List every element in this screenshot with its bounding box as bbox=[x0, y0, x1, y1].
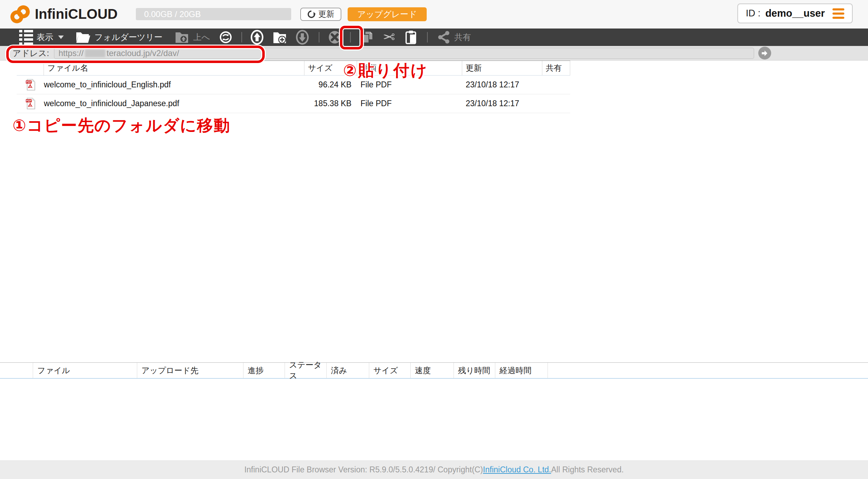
transfer-column-size: サイズ bbox=[369, 363, 411, 378]
copy-button[interactable] bbox=[361, 30, 374, 44]
address-input[interactable]: https:// teracloud.jp/v2/dav/ bbox=[54, 48, 754, 59]
transfer-column-file: ファイル bbox=[33, 363, 137, 378]
new-folder-icon bbox=[273, 31, 287, 44]
transfer-status-table: ファイル アップロード先 進捗 ステータス 済み サイズ 速度 残り時間 経過時… bbox=[0, 362, 868, 379]
account-menu[interactable]: ID : demo__user bbox=[737, 3, 853, 23]
app-logo: InfiniCLOUD bbox=[9, 4, 118, 24]
toolbar-separator bbox=[319, 32, 319, 42]
top-header-bar: InfiniCLOUD 0.00GB / 20GB 更新 アップグレード ID … bbox=[0, 0, 868, 29]
file-name[interactable]: welcome_to_infinicloud_Japanese.pdf bbox=[44, 99, 304, 108]
arrow-right-icon bbox=[761, 49, 768, 57]
delete-button[interactable] bbox=[328, 30, 342, 44]
go-up-button[interactable]: 上へ bbox=[175, 31, 210, 44]
file-name[interactable]: welcome_to_infinicloud_English.pdf bbox=[44, 80, 304, 89]
address-url-suffix: teracloud.jp/v2/dav/ bbox=[107, 48, 179, 58]
file-list-header-row: ファイル名 サイズ 種類 更新 共有 bbox=[17, 61, 570, 76]
storage-usage-bar: 0.00GB / 20GB bbox=[136, 8, 291, 20]
caret-down-icon bbox=[58, 36, 64, 39]
footer-text-before: InfiniCLOUD File Browser Version: R5.9.0… bbox=[244, 465, 483, 474]
refresh-button-label: 更新 bbox=[318, 9, 334, 19]
address-url-prefix: https:// bbox=[59, 48, 84, 58]
transfer-column-remaining: 残り時間 bbox=[454, 363, 495, 378]
account-id-label: ID : bbox=[746, 8, 760, 19]
column-size[interactable]: サイズ bbox=[304, 61, 357, 75]
folder-tree-icon bbox=[76, 31, 91, 44]
file-updated: 23/10/18 12:17 bbox=[462, 80, 542, 89]
file-updated: 23/10/18 12:17 bbox=[462, 99, 542, 108]
transfer-column-progress: 進捗 bbox=[243, 363, 285, 378]
view-menu-label: 表示 bbox=[37, 32, 53, 43]
copy-icon bbox=[361, 30, 374, 44]
infinity-logo-icon bbox=[9, 4, 31, 24]
upgrade-button-label: アップグレード bbox=[357, 9, 417, 20]
main-toolbar: 表示 フォルダーツリー 上へ bbox=[0, 29, 868, 46]
pdf-file-icon: PDF bbox=[26, 98, 35, 109]
folder-tree-label: フォルダーツリー bbox=[94, 32, 162, 43]
svg-text:PDF: PDF bbox=[26, 99, 31, 102]
hamburger-menu-icon[interactable] bbox=[832, 8, 844, 19]
file-list-table: ファイル名 サイズ 種類 更新 共有 PDF welcome_to_infini… bbox=[17, 61, 570, 113]
app-title: InfiniCLOUD bbox=[35, 6, 118, 22]
folder-tree-button[interactable]: フォルダーツリー bbox=[76, 31, 162, 44]
refresh-icon bbox=[307, 10, 316, 18]
delete-icon bbox=[328, 30, 342, 44]
download-icon bbox=[296, 30, 309, 45]
sync-icon bbox=[219, 31, 232, 44]
file-type: File PDF bbox=[357, 80, 462, 89]
table-row-file-japanese[interactable]: PDF welcome_to_infinicloud_Japanese.pdf … bbox=[17, 94, 570, 113]
footer-text-after: All Rights Reserved. bbox=[551, 465, 623, 474]
upload-icon bbox=[250, 30, 264, 45]
sync-button[interactable] bbox=[219, 31, 232, 44]
go-up-label: 上へ bbox=[193, 32, 210, 43]
transfer-column-empty bbox=[0, 363, 33, 378]
toolbar-separator bbox=[350, 32, 351, 42]
view-menu-button[interactable]: 表示 bbox=[19, 30, 64, 45]
address-go-button[interactable] bbox=[758, 47, 771, 60]
folder-up-icon bbox=[175, 31, 189, 44]
transfer-column-done: 済み bbox=[327, 363, 369, 378]
transfer-column-elapsed: 経過時間 bbox=[495, 363, 548, 378]
column-select bbox=[17, 61, 44, 75]
footer-company-link[interactable]: InfiniCloud Co. Ltd. bbox=[483, 465, 551, 474]
file-type: File PDF bbox=[357, 99, 462, 108]
upgrade-button[interactable]: アップグレード bbox=[348, 7, 427, 21]
address-bar: アドレス: https:// teracloud.jp/v2/dav/ bbox=[0, 46, 868, 61]
toolbar-separator bbox=[427, 32, 428, 42]
column-filename[interactable]: ファイル名 bbox=[44, 61, 304, 75]
column-type[interactable]: 種類 bbox=[357, 61, 462, 75]
transfer-column-speed: 速度 bbox=[411, 363, 454, 378]
transfer-column-destination: アップロード先 bbox=[137, 363, 243, 378]
share-button[interactable]: 共有 bbox=[437, 31, 471, 44]
new-folder-button[interactable] bbox=[273, 31, 287, 44]
paste-icon bbox=[405, 30, 418, 45]
column-share[interactable]: 共有 bbox=[542, 61, 570, 75]
table-row-file-english[interactable]: PDF welcome_to_infinicloud_English.pdf 9… bbox=[17, 76, 570, 94]
account-id-value: demo__user bbox=[765, 8, 825, 19]
toolbar-separator bbox=[241, 32, 242, 42]
view-list-icon bbox=[19, 30, 33, 45]
share-label: 共有 bbox=[454, 32, 471, 43]
cut-button[interactable]: ✂ bbox=[383, 30, 395, 45]
cut-icon: ✂ bbox=[383, 30, 395, 45]
svg-text:PDF: PDF bbox=[26, 80, 31, 84]
footer: InfiniCLOUD File Browser Version: R5.9.0… bbox=[0, 460, 868, 479]
transfer-column-status: ステータス bbox=[285, 363, 327, 378]
share-icon bbox=[437, 31, 451, 44]
upload-button[interactable] bbox=[250, 30, 264, 45]
paste-button[interactable] bbox=[405, 30, 418, 45]
pdf-file-icon: PDF bbox=[26, 79, 35, 91]
file-size: 185.38 KB bbox=[304, 99, 357, 108]
address-label: アドレス: bbox=[13, 48, 49, 59]
refresh-button[interactable]: 更新 bbox=[300, 8, 341, 21]
file-size: 96.24 KB bbox=[304, 80, 357, 89]
annotation-step1-move-folder: ①コピー先のフォルダに移動 bbox=[13, 115, 231, 136]
address-url-redacted-blur bbox=[85, 49, 105, 57]
download-button[interactable] bbox=[296, 30, 309, 45]
column-updated[interactable]: 更新 bbox=[462, 61, 542, 75]
storage-usage-text: 0.00GB / 20GB bbox=[136, 9, 201, 19]
